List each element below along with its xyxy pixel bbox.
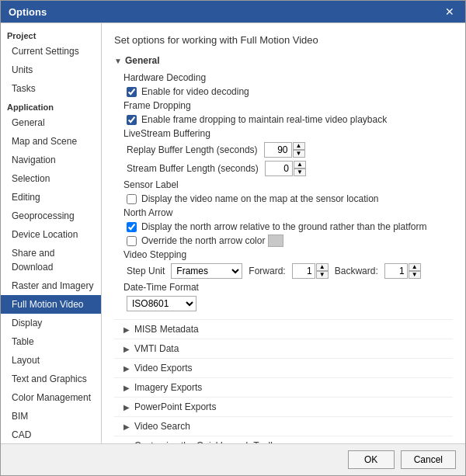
backward-up[interactable]: ▲ xyxy=(409,263,421,271)
sidebar-item-geoprocessing[interactable]: Geoprocessing xyxy=(1,207,101,225)
step-unit-label: Step Unit xyxy=(127,266,165,276)
options-dialog: Options ✕ Project Current Settings Units… xyxy=(0,0,466,476)
stream-buffer-down[interactable]: ▼ xyxy=(294,169,306,176)
sidebar-item-layout[interactable]: Layout xyxy=(1,351,101,370)
ok-button[interactable]: OK xyxy=(348,450,395,469)
stream-buffer-spin: ▲ ▼ xyxy=(265,161,306,176)
north-arrow-checkbox1[interactable] xyxy=(127,222,137,232)
sidebar-item-bim[interactable]: BIM xyxy=(1,407,101,426)
north-arrow-checkbox2[interactable] xyxy=(127,236,137,246)
general-collapse-arrow: ▼ xyxy=(114,57,122,65)
sidebar-item-navigation[interactable]: Navigation xyxy=(1,151,101,169)
collapsible-imagery-exports[interactable]: ▶ Imagery Exports xyxy=(114,377,453,397)
general-section: ▼ General Hardware Decoding Enable for v… xyxy=(114,55,453,311)
forward-down[interactable]: ▼ xyxy=(316,271,329,279)
video-search-label: Video Search xyxy=(134,421,190,432)
imagery-exports-label: Imagery Exports xyxy=(134,382,202,393)
sidebar-item-full-motion-video[interactable]: Full Motion Video xyxy=(1,295,101,314)
stream-buffer-label: Stream Buffer Length (seconds) xyxy=(127,163,259,174)
forward-up[interactable]: ▲ xyxy=(316,263,329,271)
replay-buffer-input[interactable] xyxy=(264,142,292,158)
sidebar-item-device-location[interactable]: Device Location xyxy=(1,225,101,244)
north-arrow-text2: Override the north arrow color xyxy=(141,235,265,246)
collapsible-video-exports[interactable]: ▶ Video Exports xyxy=(114,358,453,377)
imagery-exports-arrow: ▶ xyxy=(123,384,130,392)
video-stepping-row: Step Unit Frames Seconds Milliseconds Fo… xyxy=(127,263,453,279)
cancel-button[interactable]: Cancel xyxy=(401,450,456,469)
date-time-select[interactable]: ISO8601 UTC Local xyxy=(127,296,196,311)
sidebar-section-application: Application xyxy=(1,98,101,113)
step-unit-select[interactable]: Frames Seconds Milliseconds xyxy=(171,263,242,279)
north-arrow-row2: Override the north arrow color xyxy=(127,235,453,247)
video-exports-arrow: ▶ xyxy=(123,364,130,373)
sidebar-item-text-and-graphics[interactable]: Text and Graphics xyxy=(1,370,101,388)
replay-buffer-label: Replay Buffer Length (seconds) xyxy=(127,144,258,155)
sidebar-item-display[interactable]: Display xyxy=(1,314,101,332)
sidebar-item-raster-and-imagery[interactable]: Raster and Imagery xyxy=(1,276,101,295)
collapsibles-container: ▶ MISB Metadata ▶ VMTI Data ▶ Video Expo… xyxy=(114,319,453,443)
sensor-checkbox-row: Display the video name on the map at the… xyxy=(127,193,453,204)
replay-buffer-row: Replay Buffer Length (seconds) ▲ ▼ xyxy=(127,142,453,158)
hardware-decoding-checkbox[interactable] xyxy=(127,87,137,97)
misb-label: MISB Metadata xyxy=(134,324,199,335)
collapsible-powerpoint-exports[interactable]: ▶ PowerPoint Exports xyxy=(114,397,453,416)
sensor-label-section: Sensor Label xyxy=(123,179,453,190)
collapsible-vmti-data[interactable]: ▶ VMTI Data xyxy=(114,339,453,358)
powerpoint-exports-label: PowerPoint Exports xyxy=(134,401,216,412)
frame-dropping-row: Enable frame dropping to maintain real-t… xyxy=(127,114,453,125)
hardware-decoding-label: Hardware Decoding xyxy=(123,72,453,83)
vmti-label: VMTI Data xyxy=(134,343,179,354)
sensor-checkbox[interactable] xyxy=(127,194,137,204)
powerpoint-exports-arrow: ▶ xyxy=(123,403,130,412)
replay-buffer-down[interactable]: ▼ xyxy=(293,150,305,158)
video-search-arrow: ▶ xyxy=(123,422,130,431)
backward-input[interactable] xyxy=(384,263,408,279)
stream-buffer-spin-buttons: ▲ ▼ xyxy=(294,161,306,176)
sidebar-item-units[interactable]: Units xyxy=(1,61,101,79)
main-content: Set options for working with Full Motion… xyxy=(102,23,465,443)
general-label: General xyxy=(125,55,160,66)
close-button[interactable]: ✕ xyxy=(442,5,457,18)
dialog-body: Project Current Settings Units Tasks App… xyxy=(1,23,465,443)
forward-label: Forward: xyxy=(249,266,285,276)
north-arrow-label: North Arrow xyxy=(123,207,453,218)
frame-dropping-checkbox[interactable] xyxy=(127,115,137,125)
sidebar-item-share-and-download[interactable]: Share and Download xyxy=(1,244,101,276)
sidebar: Project Current Settings Units Tasks App… xyxy=(1,23,102,443)
sidebar-item-tasks[interactable]: Tasks xyxy=(1,79,101,98)
replay-buffer-spin-buttons: ▲ ▼ xyxy=(293,142,305,158)
north-arrow-color-swatch[interactable] xyxy=(268,235,283,247)
livestream-label: LiveStream Buffering xyxy=(123,128,453,139)
collapsible-video-search[interactable]: ▶ Video Search xyxy=(114,416,453,436)
sidebar-item-selection[interactable]: Selection xyxy=(1,169,101,188)
north-arrow-text1: Display the north arrow relative to the … xyxy=(141,221,427,232)
sidebar-item-editing[interactable]: Editing xyxy=(1,188,101,207)
title-bar: Options ✕ xyxy=(1,1,465,23)
collapsible-quicklaunch[interactable]: ▶ Customize the QuickLaunch Toolbar xyxy=(114,436,453,443)
backward-down[interactable]: ▼ xyxy=(409,271,421,279)
video-exports-label: Video Exports xyxy=(134,363,193,374)
sidebar-item-general[interactable]: General xyxy=(1,113,101,132)
replay-buffer-up[interactable]: ▲ xyxy=(293,142,305,150)
collapsible-misb-metadata[interactable]: ▶ MISB Metadata xyxy=(114,319,453,339)
forward-input[interactable] xyxy=(292,263,315,279)
sidebar-item-table[interactable]: Table xyxy=(1,332,101,351)
sidebar-item-map-and-scene[interactable]: Map and Scene xyxy=(1,132,101,151)
date-time-format-label: Date-Time Format xyxy=(123,282,453,293)
sidebar-item-color-management[interactable]: Color Management xyxy=(1,388,101,407)
backward-spin-buttons: ▲ ▼ xyxy=(409,263,421,279)
frame-dropping-text: Enable frame dropping to maintain real-t… xyxy=(141,114,387,125)
sidebar-item-current-settings[interactable]: Current Settings xyxy=(1,42,101,61)
stream-buffer-up[interactable]: ▲ xyxy=(294,161,306,169)
sidebar-section-project: Project xyxy=(1,26,101,42)
backward-label: Backward: xyxy=(335,266,378,276)
forward-spin: ▲ ▼ xyxy=(292,263,329,279)
stream-buffer-input[interactable] xyxy=(265,161,293,176)
content-title: Set options for working with Full Motion… xyxy=(114,34,453,46)
hardware-decoding-text: Enable for video decoding xyxy=(141,86,249,97)
frame-dropping-label: Frame Dropping xyxy=(123,100,453,111)
sidebar-item-cad[interactable]: CAD xyxy=(1,426,101,443)
stream-buffer-row: Stream Buffer Length (seconds) ▲ ▼ xyxy=(127,161,453,176)
general-section-header[interactable]: ▼ General xyxy=(114,55,453,66)
north-arrow-row1: Display the north arrow relative to the … xyxy=(127,221,453,232)
